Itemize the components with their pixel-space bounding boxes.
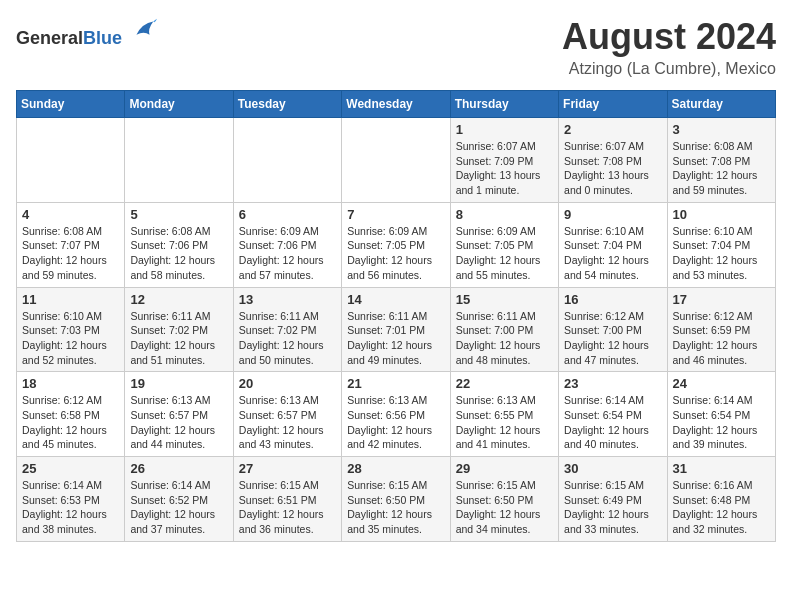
calendar-cell: 26Sunrise: 6:14 AM Sunset: 6:52 PM Dayli… bbox=[125, 457, 233, 542]
logo: GeneralBlue bbox=[16, 16, 157, 49]
calendar-cell bbox=[233, 118, 341, 203]
day-number: 7 bbox=[347, 207, 444, 222]
day-info: Sunrise: 6:11 AM Sunset: 7:02 PM Dayligh… bbox=[239, 309, 336, 368]
calendar-cell: 5Sunrise: 6:08 AM Sunset: 7:06 PM Daylig… bbox=[125, 202, 233, 287]
calendar-cell: 11Sunrise: 6:10 AM Sunset: 7:03 PM Dayli… bbox=[17, 287, 125, 372]
calendar-cell: 3Sunrise: 6:08 AM Sunset: 7:08 PM Daylig… bbox=[667, 118, 775, 203]
calendar-week-row: 18Sunrise: 6:12 AM Sunset: 6:58 PM Dayli… bbox=[17, 372, 776, 457]
day-number: 6 bbox=[239, 207, 336, 222]
day-number: 4 bbox=[22, 207, 119, 222]
day-number: 2 bbox=[564, 122, 661, 137]
day-info: Sunrise: 6:14 AM Sunset: 6:52 PM Dayligh… bbox=[130, 478, 227, 537]
day-info: Sunrise: 6:15 AM Sunset: 6:49 PM Dayligh… bbox=[564, 478, 661, 537]
calendar-cell: 29Sunrise: 6:15 AM Sunset: 6:50 PM Dayli… bbox=[450, 457, 558, 542]
month-year-title: August 2024 bbox=[562, 16, 776, 58]
weekday-header-row: SundayMondayTuesdayWednesdayThursdayFrid… bbox=[17, 91, 776, 118]
title-block: August 2024 Atzingo (La Cumbre), Mexico bbox=[562, 16, 776, 78]
day-info: Sunrise: 6:16 AM Sunset: 6:48 PM Dayligh… bbox=[673, 478, 770, 537]
day-number: 26 bbox=[130, 461, 227, 476]
calendar-cell bbox=[125, 118, 233, 203]
day-info: Sunrise: 6:08 AM Sunset: 7:08 PM Dayligh… bbox=[673, 139, 770, 198]
calendar-cell: 22Sunrise: 6:13 AM Sunset: 6:55 PM Dayli… bbox=[450, 372, 558, 457]
logo-blue-text: Blue bbox=[83, 28, 122, 48]
calendar-cell: 4Sunrise: 6:08 AM Sunset: 7:07 PM Daylig… bbox=[17, 202, 125, 287]
day-info: Sunrise: 6:08 AM Sunset: 7:07 PM Dayligh… bbox=[22, 224, 119, 283]
calendar-cell: 13Sunrise: 6:11 AM Sunset: 7:02 PM Dayli… bbox=[233, 287, 341, 372]
day-info: Sunrise: 6:12 AM Sunset: 6:58 PM Dayligh… bbox=[22, 393, 119, 452]
day-number: 19 bbox=[130, 376, 227, 391]
calendar-week-row: 11Sunrise: 6:10 AM Sunset: 7:03 PM Dayli… bbox=[17, 287, 776, 372]
day-info: Sunrise: 6:13 AM Sunset: 6:57 PM Dayligh… bbox=[239, 393, 336, 452]
calendar-cell: 12Sunrise: 6:11 AM Sunset: 7:02 PM Dayli… bbox=[125, 287, 233, 372]
day-info: Sunrise: 6:09 AM Sunset: 7:06 PM Dayligh… bbox=[239, 224, 336, 283]
day-number: 9 bbox=[564, 207, 661, 222]
day-info: Sunrise: 6:09 AM Sunset: 7:05 PM Dayligh… bbox=[456, 224, 553, 283]
day-number: 21 bbox=[347, 376, 444, 391]
location-subtitle: Atzingo (La Cumbre), Mexico bbox=[562, 60, 776, 78]
calendar-week-row: 25Sunrise: 6:14 AM Sunset: 6:53 PM Dayli… bbox=[17, 457, 776, 542]
day-number: 8 bbox=[456, 207, 553, 222]
calendar-cell: 8Sunrise: 6:09 AM Sunset: 7:05 PM Daylig… bbox=[450, 202, 558, 287]
calendar-cell bbox=[342, 118, 450, 203]
day-number: 13 bbox=[239, 292, 336, 307]
weekday-header-wednesday: Wednesday bbox=[342, 91, 450, 118]
day-number: 28 bbox=[347, 461, 444, 476]
calendar-table: SundayMondayTuesdayWednesdayThursdayFrid… bbox=[16, 90, 776, 542]
calendar-cell: 28Sunrise: 6:15 AM Sunset: 6:50 PM Dayli… bbox=[342, 457, 450, 542]
calendar-cell: 17Sunrise: 6:12 AM Sunset: 6:59 PM Dayli… bbox=[667, 287, 775, 372]
day-number: 12 bbox=[130, 292, 227, 307]
day-info: Sunrise: 6:11 AM Sunset: 7:01 PM Dayligh… bbox=[347, 309, 444, 368]
day-number: 20 bbox=[239, 376, 336, 391]
calendar-cell: 24Sunrise: 6:14 AM Sunset: 6:54 PM Dayli… bbox=[667, 372, 775, 457]
day-number: 18 bbox=[22, 376, 119, 391]
day-info: Sunrise: 6:12 AM Sunset: 7:00 PM Dayligh… bbox=[564, 309, 661, 368]
calendar-week-row: 4Sunrise: 6:08 AM Sunset: 7:07 PM Daylig… bbox=[17, 202, 776, 287]
day-info: Sunrise: 6:07 AM Sunset: 7:09 PM Dayligh… bbox=[456, 139, 553, 198]
day-number: 11 bbox=[22, 292, 119, 307]
weekday-header-tuesday: Tuesday bbox=[233, 91, 341, 118]
calendar-cell: 1Sunrise: 6:07 AM Sunset: 7:09 PM Daylig… bbox=[450, 118, 558, 203]
day-info: Sunrise: 6:10 AM Sunset: 7:04 PM Dayligh… bbox=[564, 224, 661, 283]
day-info: Sunrise: 6:11 AM Sunset: 7:02 PM Dayligh… bbox=[130, 309, 227, 368]
calendar-cell: 7Sunrise: 6:09 AM Sunset: 7:05 PM Daylig… bbox=[342, 202, 450, 287]
day-number: 25 bbox=[22, 461, 119, 476]
day-number: 10 bbox=[673, 207, 770, 222]
day-number: 30 bbox=[564, 461, 661, 476]
day-info: Sunrise: 6:13 AM Sunset: 6:56 PM Dayligh… bbox=[347, 393, 444, 452]
day-number: 23 bbox=[564, 376, 661, 391]
day-number: 5 bbox=[130, 207, 227, 222]
calendar-cell: 16Sunrise: 6:12 AM Sunset: 7:00 PM Dayli… bbox=[559, 287, 667, 372]
day-number: 22 bbox=[456, 376, 553, 391]
logo-bird-icon bbox=[129, 16, 157, 44]
calendar-cell: 15Sunrise: 6:11 AM Sunset: 7:00 PM Dayli… bbox=[450, 287, 558, 372]
page-header: GeneralBlue August 2024 Atzingo (La Cumb… bbox=[16, 16, 776, 78]
calendar-week-row: 1Sunrise: 6:07 AM Sunset: 7:09 PM Daylig… bbox=[17, 118, 776, 203]
day-info: Sunrise: 6:11 AM Sunset: 7:00 PM Dayligh… bbox=[456, 309, 553, 368]
weekday-header-saturday: Saturday bbox=[667, 91, 775, 118]
day-number: 3 bbox=[673, 122, 770, 137]
day-info: Sunrise: 6:07 AM Sunset: 7:08 PM Dayligh… bbox=[564, 139, 661, 198]
calendar-cell: 18Sunrise: 6:12 AM Sunset: 6:58 PM Dayli… bbox=[17, 372, 125, 457]
calendar-cell bbox=[17, 118, 125, 203]
calendar-cell: 9Sunrise: 6:10 AM Sunset: 7:04 PM Daylig… bbox=[559, 202, 667, 287]
day-number: 14 bbox=[347, 292, 444, 307]
weekday-header-monday: Monday bbox=[125, 91, 233, 118]
calendar-cell: 10Sunrise: 6:10 AM Sunset: 7:04 PM Dayli… bbox=[667, 202, 775, 287]
calendar-cell: 23Sunrise: 6:14 AM Sunset: 6:54 PM Dayli… bbox=[559, 372, 667, 457]
calendar-cell: 25Sunrise: 6:14 AM Sunset: 6:53 PM Dayli… bbox=[17, 457, 125, 542]
day-info: Sunrise: 6:12 AM Sunset: 6:59 PM Dayligh… bbox=[673, 309, 770, 368]
weekday-header-sunday: Sunday bbox=[17, 91, 125, 118]
day-info: Sunrise: 6:10 AM Sunset: 7:04 PM Dayligh… bbox=[673, 224, 770, 283]
day-number: 17 bbox=[673, 292, 770, 307]
calendar-cell: 21Sunrise: 6:13 AM Sunset: 6:56 PM Dayli… bbox=[342, 372, 450, 457]
day-info: Sunrise: 6:14 AM Sunset: 6:54 PM Dayligh… bbox=[673, 393, 770, 452]
day-info: Sunrise: 6:14 AM Sunset: 6:53 PM Dayligh… bbox=[22, 478, 119, 537]
day-number: 24 bbox=[673, 376, 770, 391]
calendar-cell: 14Sunrise: 6:11 AM Sunset: 7:01 PM Dayli… bbox=[342, 287, 450, 372]
day-number: 27 bbox=[239, 461, 336, 476]
day-info: Sunrise: 6:13 AM Sunset: 6:57 PM Dayligh… bbox=[130, 393, 227, 452]
calendar-cell: 30Sunrise: 6:15 AM Sunset: 6:49 PM Dayli… bbox=[559, 457, 667, 542]
logo-general-text: General bbox=[16, 28, 83, 48]
day-number: 31 bbox=[673, 461, 770, 476]
calendar-cell: 6Sunrise: 6:09 AM Sunset: 7:06 PM Daylig… bbox=[233, 202, 341, 287]
